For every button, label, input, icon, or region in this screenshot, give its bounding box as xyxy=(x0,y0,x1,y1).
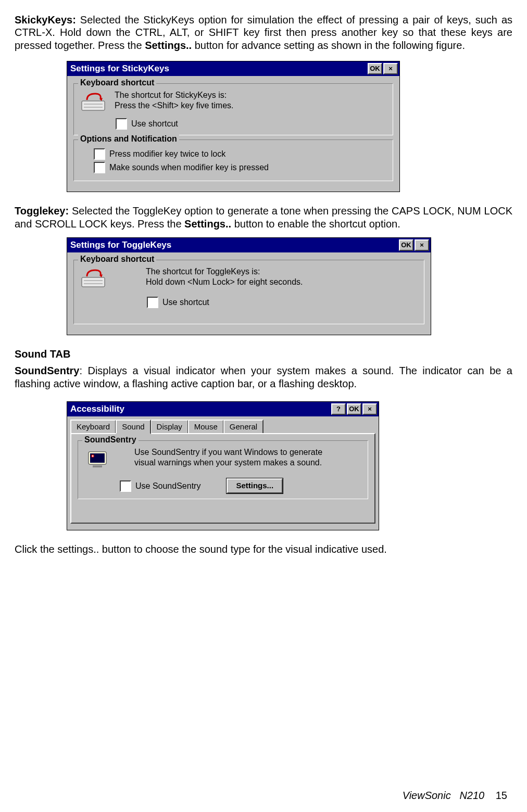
accessibility-dialog: Accessibility ? OK × Keyboard Sound Disp… xyxy=(67,401,379,530)
togglekey-lead: Togglekey: xyxy=(15,205,72,217)
page-number: 15 xyxy=(496,790,507,801)
use-shortcut-checkbox[interactable] xyxy=(147,297,158,308)
tab-sound[interactable]: Sound xyxy=(116,420,150,434)
soundsentry-text: : Displays a visual indicator when your … xyxy=(15,365,512,389)
svg-rect-4 xyxy=(82,277,105,287)
use-shortcut-label: Use shortcut xyxy=(162,297,209,308)
sound-tab-heading: Sound TAB xyxy=(15,348,512,360)
help-button[interactable]: ? xyxy=(331,403,346,415)
stickykeys-text2: button for advance setting as shown in t… xyxy=(192,40,465,51)
options-notification-legend: Options and Notification xyxy=(78,134,179,144)
togglekeys-titlebar: Settings for ToggleKeys OK × xyxy=(67,238,431,252)
keyboard-shortcut-group: Keyboard shortcut The shortcut for Toggl… xyxy=(73,260,424,324)
use-soundsentry-label: Use SoundSentry xyxy=(135,481,200,491)
press-twice-lock-label: Press modifier key twice to lock xyxy=(109,149,225,159)
close-button[interactable]: × xyxy=(362,403,377,415)
ok-button[interactable]: OK xyxy=(399,239,413,251)
togglekeys-dialog-body: Keyboard shortcut The shortcut for Toggl… xyxy=(67,252,431,335)
use-shortcut-row[interactable]: Use shortcut xyxy=(116,118,387,130)
paragraph-stickykeys: SkickyKeys: Selected the StickyKeys opti… xyxy=(15,14,512,52)
soundsentry-lead: SoundSentry xyxy=(15,365,79,376)
make-sounds-checkbox[interactable] xyxy=(94,162,105,173)
paragraph-togglekey: Togglekey: Selected the ToggleKey option… xyxy=(15,205,512,230)
sound-tabpanel: SoundSentry Use SoundSentry if you want … xyxy=(70,433,375,524)
footer-model: N210 xyxy=(459,790,484,801)
keyboard-shortcut-legend: Keyboard shortcut xyxy=(78,78,156,88)
paragraph-click-settings: Click the settings.. button to choose th… xyxy=(15,543,512,555)
svg-rect-0 xyxy=(82,101,105,110)
stickykeys-titlebar: Settings for StickyKeys OK × xyxy=(67,61,399,76)
tab-mouse[interactable]: Mouse xyxy=(188,420,224,434)
use-soundsentry-checkbox[interactable] xyxy=(120,480,131,492)
keyboard-shortcut-group: Keyboard shortcut The shortcut for Stick… xyxy=(73,83,393,135)
settings-button[interactable]: Settings... xyxy=(227,478,283,493)
make-sounds-label: Make sounds when modifier key is pressed xyxy=(109,162,269,173)
ok-button[interactable]: OK xyxy=(368,63,382,74)
use-shortcut-row[interactable]: Use shortcut xyxy=(147,297,419,308)
soundsentry-legend: SoundSentry xyxy=(82,435,139,445)
accessibility-titlebar: Accessibility ? OK × xyxy=(67,402,379,416)
use-soundsentry-row[interactable]: Use SoundSentry xyxy=(120,480,200,492)
keyboard-icon xyxy=(79,90,108,114)
togglekey-settings-word: Settings.. xyxy=(184,218,231,230)
tab-keyboard[interactable]: Keyboard xyxy=(70,420,116,434)
stickykeys-settings-word: Settings.. xyxy=(145,40,192,51)
stickykeys-shortcut-desc: The shortcut for StickyKeys is: Press th… xyxy=(115,90,387,111)
stickykeys-lead: SkickyKeys: xyxy=(15,14,80,26)
press-twice-lock-row[interactable]: Press modifier key twice to lock xyxy=(94,148,387,160)
paragraph-soundsentry: SoundSentry: Displays a visual indicator… xyxy=(15,364,512,390)
svg-point-12 xyxy=(92,455,94,457)
keyboard-icon xyxy=(79,267,108,290)
use-shortcut-label: Use shortcut xyxy=(131,119,178,129)
soundsentry-group: SoundSentry Use SoundSentry if you want … xyxy=(78,440,368,499)
options-notification-group: Options and Notification Press modifier … xyxy=(73,139,393,181)
shortcut-line2: Press the <Shift> key five times. xyxy=(115,100,387,111)
shortcut-line1: The shortcut for ToggleKeys is: xyxy=(146,267,419,277)
togglekeys-shortcut-desc: The shortcut for ToggleKeys is: Hold dow… xyxy=(146,267,419,287)
shortcut-line1: The shortcut for StickyKeys is: xyxy=(115,90,387,100)
soundsentry-desc: Use SoundSentry if you want Windows to g… xyxy=(134,447,362,468)
togglekey-text2: button to enable the shortcut option. xyxy=(231,218,400,230)
stickykeys-dialog: Settings for StickyKeys OK × Keyboard sh… xyxy=(67,61,400,192)
tab-display[interactable]: Display xyxy=(150,420,189,434)
togglekeys-dialog: Settings for ToggleKeys OK × Keyboard sh… xyxy=(67,237,431,335)
stickykeys-dialog-body: Keyboard shortcut The shortcut for Stick… xyxy=(67,76,399,192)
monitor-icon xyxy=(83,447,112,471)
soundsentry-desc-line1: Use SoundSentry if you want Windows to g… xyxy=(134,447,362,458)
ok-button[interactable]: OK xyxy=(347,403,361,415)
footer-brand: ViewSonic xyxy=(403,790,451,801)
svg-rect-10 xyxy=(93,465,102,467)
close-button[interactable]: × xyxy=(415,239,429,251)
accessibility-dialog-title: Accessibility xyxy=(70,404,330,415)
soundsentry-desc-line2: visual warnings when your system makes a… xyxy=(134,458,362,468)
stickykeys-dialog-title: Settings for StickyKeys xyxy=(70,64,367,74)
keyboard-shortcut-legend: Keyboard shortcut xyxy=(78,254,156,264)
close-button[interactable]: × xyxy=(383,63,398,74)
make-sounds-row[interactable]: Make sounds when modifier key is pressed xyxy=(94,162,387,173)
page-footer: ViewSonic N210 15 xyxy=(403,789,507,802)
accessibility-tabs: Keyboard Sound Display Mouse General xyxy=(67,416,379,434)
press-twice-lock-checkbox[interactable] xyxy=(94,148,105,160)
use-shortcut-checkbox[interactable] xyxy=(116,118,127,130)
togglekeys-dialog-title: Settings for ToggleKeys xyxy=(70,240,398,251)
shortcut-line2: Hold down <Num Lock> for eight seconds. xyxy=(146,277,419,287)
tab-general[interactable]: General xyxy=(223,420,264,434)
